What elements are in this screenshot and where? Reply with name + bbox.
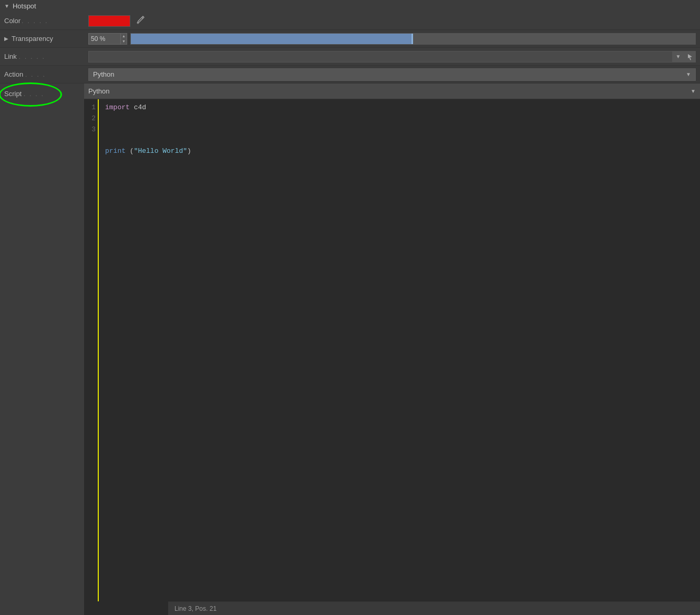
code-line-2 — [105, 124, 694, 135]
code-line-3: print ("Hello World") — [105, 146, 694, 157]
code-editor-content[interactable]: import c4d print ("Hello World") — [99, 99, 700, 601]
line-numbers: 1 2 3 — [84, 99, 99, 601]
link-row: Link . . . . . ▼ — [0, 48, 700, 66]
editor-toolbar: Python ▼ — [84, 84, 700, 99]
eyedropper-button[interactable] — [133, 14, 147, 28]
section-title: Hotspot — [13, 2, 36, 10]
status-bar: Line 3, Pos. 21 — [168, 601, 700, 615]
transparency-expand-icon[interactable]: ▶ — [4, 36, 8, 41]
transparency-slider[interactable] — [130, 33, 696, 45]
transparency-label: ▶ Transparency — [4, 35, 88, 43]
action-dropdown[interactable]: Python ▼ — [88, 68, 696, 81]
link-input[interactable] — [88, 51, 673, 62]
line-number-2: 2 — [86, 113, 96, 124]
language-label: Python — [88, 87, 691, 95]
transparency-spinner: ▲ ▼ — [121, 33, 127, 45]
script-label-row: Script . . . . — [0, 84, 84, 615]
code-line-1: import c4d — [105, 102, 694, 113]
language-dropdown-arrow-icon[interactable]: ▼ — [691, 88, 696, 94]
script-label: Script . . . . — [4, 87, 88, 98]
spinner-down-button[interactable]: ▼ — [121, 39, 127, 44]
action-label: Action . . . . — [4, 70, 88, 78]
color-label: Color . . . . . — [4, 17, 88, 25]
link-input-wrap: ▼ — [88, 51, 696, 62]
action-dropdown-value: Python — [93, 70, 114, 78]
code-content-area[interactable]: 1 2 3 import c4d print ("Hello World") — [84, 99, 700, 601]
main-panel: ▼ Hotspot Color . . . . . ▶ Transparency — [0, 0, 700, 615]
status-text: Line 3, Pos. 21 — [174, 605, 217, 612]
color-swatch[interactable] — [88, 15, 130, 27]
line-number-3: 3 — [86, 124, 96, 135]
transparency-row: ▶ Transparency ▲ ▼ — [0, 30, 700, 48]
slider-thumb — [411, 34, 413, 44]
link-cursor-button[interactable] — [684, 51, 696, 62]
action-row: Action . . . . Python ▼ — [0, 66, 700, 84]
transparency-value-box: ▲ ▼ — [88, 33, 127, 45]
color-value — [88, 14, 696, 28]
action-dropdown-arrow-icon: ▼ — [686, 71, 691, 77]
code-editor: Python ▼ 1 2 3 import c4d print ("Hello … — [84, 84, 700, 615]
collapse-arrow-icon: ▼ — [4, 3, 9, 9]
script-editor-area: Script . . . . Python ▼ 1 2 3 import c4d… — [0, 84, 700, 615]
line-number-1: 1 — [86, 102, 96, 113]
link-label: Link . . . . . — [4, 53, 88, 60]
transparency-input[interactable] — [88, 33, 121, 45]
spinner-up-button[interactable]: ▲ — [121, 34, 127, 39]
section-header-hotspot[interactable]: ▼ Hotspot — [0, 0, 700, 12]
link-dropdown-button[interactable]: ▼ — [673, 51, 684, 62]
color-row: Color . . . . . — [0, 12, 700, 30]
slider-fill — [131, 34, 413, 44]
